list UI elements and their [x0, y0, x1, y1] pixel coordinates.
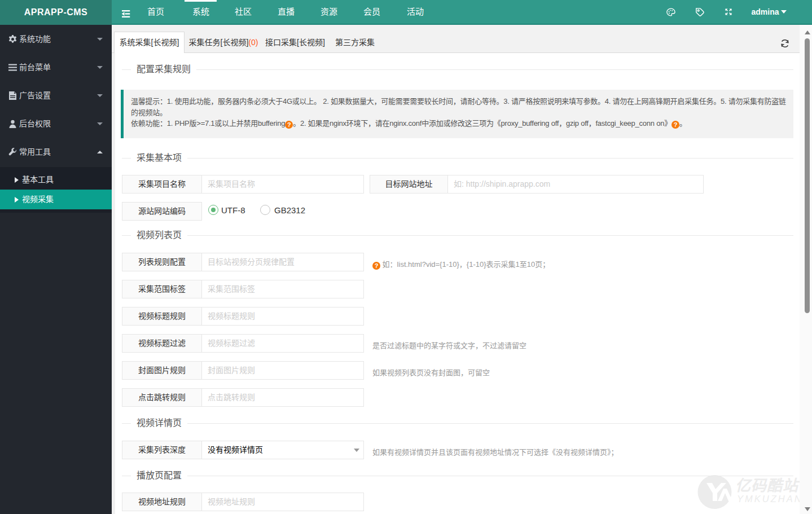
svg-text:YMKUZHAN: YMKUZHAN: [737, 494, 803, 504]
svg-text:亿码酷站: 亿码酷站: [735, 477, 800, 494]
